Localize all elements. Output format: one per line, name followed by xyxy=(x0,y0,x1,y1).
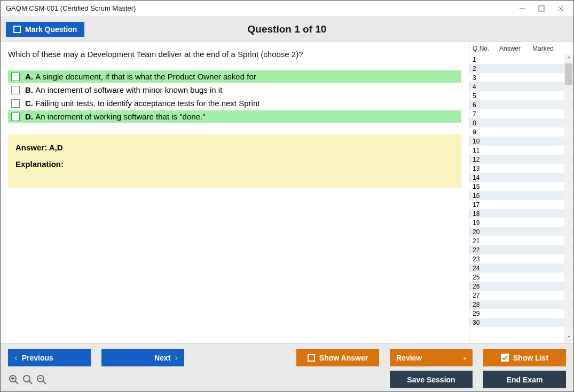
show-answer-button[interactable]: Show Answer xyxy=(296,349,379,366)
question-list-row[interactable]: 9 xyxy=(469,127,573,137)
end-exam-label: End Exam xyxy=(507,375,543,384)
close-button[interactable] xyxy=(551,2,570,15)
zoom-in-button[interactable] xyxy=(8,374,20,386)
question-list[interactable]: 1234567891011121314151617181920212223242… xyxy=(469,55,573,343)
svg-line-6 xyxy=(15,381,18,384)
checkbox-icon[interactable] xyxy=(11,113,20,121)
header-marked: Marked xyxy=(529,45,565,52)
qno-cell: 3 xyxy=(469,74,496,82)
question-list-header: Q No. Answer Marked xyxy=(469,42,573,55)
qno-cell: 2 xyxy=(469,65,496,73)
question-list-row[interactable]: 23 xyxy=(469,254,573,263)
checkbox-icon xyxy=(13,26,21,33)
dropdown-caret-icon: ▲ xyxy=(462,355,467,361)
answer-option[interactable]: C. Failing unit tests, to identify accep… xyxy=(8,97,461,109)
question-list-row[interactable]: 8 xyxy=(469,118,573,127)
titlebar: GAQM CSM-001 (Certified Scrum Master) xyxy=(1,1,573,17)
checkbox-icon[interactable] xyxy=(11,73,20,81)
zoom-icon xyxy=(22,374,34,386)
question-list-row[interactable]: 4 xyxy=(469,82,573,91)
question-list-row[interactable]: 14 xyxy=(469,173,573,182)
question-list-row[interactable]: 19 xyxy=(469,218,573,227)
scroll-track[interactable] xyxy=(564,63,573,334)
qno-cell: 4 xyxy=(469,83,496,91)
answer-option[interactable]: A. A single document, if that is what th… xyxy=(8,70,461,83)
qno-cell: 14 xyxy=(469,174,496,181)
svg-rect-1 xyxy=(539,6,544,11)
qno-cell: 13 xyxy=(469,165,496,172)
question-list-row[interactable]: 29 xyxy=(469,309,573,318)
save-session-label: Save Session xyxy=(407,375,455,384)
question-list-row[interactable]: 11 xyxy=(469,146,573,155)
question-list-row[interactable]: 21 xyxy=(469,236,573,245)
previous-button[interactable]: ‹ Previous xyxy=(8,349,91,366)
qno-cell: 11 xyxy=(469,147,496,154)
window-title: GAQM CSM-001 (Certified Scrum Master) xyxy=(6,4,136,12)
question-list-panel: Q No. Answer Marked 12345678910111213141… xyxy=(469,42,573,343)
chevron-left-icon: ‹ xyxy=(14,353,18,363)
answer-option[interactable]: D. An increment of working software that… xyxy=(8,110,461,123)
question-list-row[interactable]: 7 xyxy=(469,109,573,118)
chevron-right-icon: › xyxy=(175,353,178,363)
scroll-thumb[interactable] xyxy=(565,63,572,85)
answer-explanation-box: Answer: A,D Explanation: xyxy=(8,134,461,188)
option-text: A. A single document, if that is what th… xyxy=(25,72,256,81)
mark-question-button[interactable]: Mark Question xyxy=(6,22,84,37)
maximize-button[interactable] xyxy=(532,2,551,15)
question-list-row[interactable]: 17 xyxy=(469,200,573,209)
question-list-row[interactable]: 6 xyxy=(469,100,573,109)
question-list-row[interactable]: 15 xyxy=(469,182,573,191)
show-answer-label: Show Answer xyxy=(319,354,368,362)
qno-cell: 15 xyxy=(469,183,496,190)
question-list-row[interactable]: 25 xyxy=(469,273,573,282)
question-list-row[interactable]: 30 xyxy=(469,318,573,327)
question-list-row[interactable]: 28 xyxy=(469,300,573,309)
question-list-row[interactable]: 18 xyxy=(469,209,573,218)
body-area: Which of these may a Development Team de… xyxy=(1,42,573,343)
next-button[interactable]: Next › xyxy=(101,349,184,366)
qno-cell: 24 xyxy=(469,265,496,272)
question-text: Which of these may a Development Team de… xyxy=(8,50,461,59)
checkbox-icon[interactable] xyxy=(11,86,20,94)
checkbox-icon[interactable] xyxy=(11,99,20,108)
zoom-out-icon xyxy=(36,374,48,386)
review-button[interactable]: Review ▲ xyxy=(390,349,473,366)
question-list-row[interactable]: 10 xyxy=(469,137,573,146)
question-list-row[interactable]: 3 xyxy=(469,73,573,82)
question-list-row[interactable]: 27 xyxy=(469,291,573,300)
save-session-button[interactable]: Save Session xyxy=(390,371,473,388)
app-window: GAQM CSM-001 (Certified Scrum Master) Ma… xyxy=(0,0,574,392)
mark-question-label: Mark Question xyxy=(25,25,77,34)
end-exam-button[interactable]: End Exam xyxy=(483,371,566,388)
question-list-row[interactable]: 1 xyxy=(469,55,573,64)
question-list-row[interactable]: 26 xyxy=(469,282,573,291)
show-list-label: Show List xyxy=(513,354,548,362)
question-list-row[interactable]: 16 xyxy=(469,191,573,200)
zoom-controls xyxy=(8,374,48,386)
qno-cell: 28 xyxy=(469,301,496,308)
question-list-row[interactable]: 12 xyxy=(469,155,573,164)
question-list-row[interactable]: 24 xyxy=(469,263,573,273)
question-list-row[interactable]: 2 xyxy=(469,64,573,73)
qno-cell: 1 xyxy=(469,56,496,63)
question-list-row[interactable]: 13 xyxy=(469,164,573,173)
question-list-row[interactable]: 20 xyxy=(469,227,573,236)
scroll-down-icon[interactable]: ˅ xyxy=(568,334,570,343)
question-list-row[interactable]: 5 xyxy=(469,91,573,100)
show-list-button[interactable]: Show List xyxy=(483,349,566,366)
minimize-button[interactable] xyxy=(513,2,532,15)
qno-cell: 12 xyxy=(469,156,496,163)
qno-cell: 17 xyxy=(469,201,496,209)
question-list-row[interactable]: 22 xyxy=(469,245,573,254)
qno-cell: 6 xyxy=(469,101,496,109)
scrollbar[interactable]: ˄ ˅ xyxy=(564,55,573,343)
qno-cell: 19 xyxy=(469,219,496,227)
button-row-1: ‹ Previous Next › Show Answer Review ▲ S… xyxy=(8,349,566,366)
zoom-out-button[interactable] xyxy=(36,374,48,386)
qno-cell: 30 xyxy=(469,319,496,326)
answer-option[interactable]: B. An increment of software with minor k… xyxy=(8,84,461,96)
maximize-icon xyxy=(538,5,545,12)
qno-cell: 9 xyxy=(469,129,496,136)
zoom-reset-button[interactable] xyxy=(22,374,34,386)
scroll-up-icon[interactable]: ˄ xyxy=(568,55,570,63)
